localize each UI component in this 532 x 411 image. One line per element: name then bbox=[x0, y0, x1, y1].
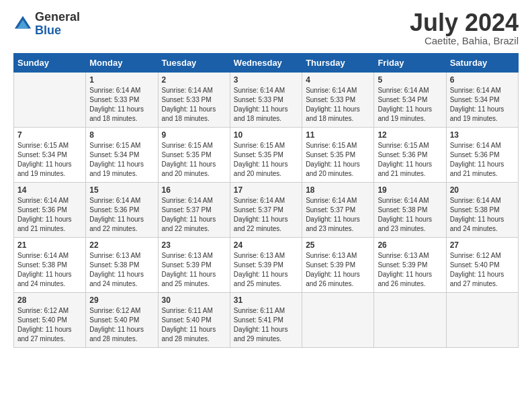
day-number: 10 bbox=[234, 130, 298, 140]
calendar-cell: 6Sunrise: 6:14 AMSunset: 5:34 PMDaylight… bbox=[446, 73, 518, 128]
day-number: 18 bbox=[306, 185, 370, 195]
day-number: 25 bbox=[306, 240, 370, 250]
calendar-cell: 12Sunrise: 6:15 AMSunset: 5:36 PMDayligh… bbox=[374, 128, 446, 183]
calendar-cell: 28Sunrise: 6:12 AMSunset: 5:40 PMDayligh… bbox=[14, 293, 86, 348]
cell-info: Sunrise: 6:14 AMSunset: 5:33 PMDaylight:… bbox=[89, 86, 154, 124]
calendar-cell bbox=[374, 293, 446, 348]
weekday-header-sunday: Sunday bbox=[14, 54, 86, 73]
calendar-cell: 24Sunrise: 6:13 AMSunset: 5:39 PMDayligh… bbox=[230, 238, 302, 293]
cell-info: Sunrise: 6:14 AMSunset: 5:38 PMDaylight:… bbox=[378, 196, 442, 234]
cell-info: Sunrise: 6:13 AMSunset: 5:39 PMDaylight:… bbox=[378, 251, 442, 289]
calendar-cell: 1Sunrise: 6:14 AMSunset: 5:33 PMDaylight… bbox=[86, 73, 158, 128]
week-row-4: 21Sunrise: 6:14 AMSunset: 5:38 PMDayligh… bbox=[14, 238, 519, 293]
calendar-cell: 4Sunrise: 6:14 AMSunset: 5:33 PMDaylight… bbox=[302, 73, 374, 128]
weekday-header-thursday: Thursday bbox=[302, 54, 374, 73]
calendar-cell: 27Sunrise: 6:12 AMSunset: 5:40 PMDayligh… bbox=[446, 238, 518, 293]
cell-info: Sunrise: 6:15 AMSunset: 5:35 PMDaylight:… bbox=[306, 141, 370, 179]
calendar-cell: 5Sunrise: 6:14 AMSunset: 5:34 PMDaylight… bbox=[374, 73, 446, 128]
day-number: 27 bbox=[450, 240, 515, 250]
day-number: 8 bbox=[89, 130, 154, 140]
calendar-cell: 2Sunrise: 6:14 AMSunset: 5:33 PMDaylight… bbox=[158, 73, 230, 128]
cell-info: Sunrise: 6:15 AMSunset: 5:34 PMDaylight:… bbox=[17, 141, 82, 179]
day-number: 16 bbox=[162, 185, 226, 195]
calendar-cell bbox=[14, 73, 86, 128]
calendar-cell: 3Sunrise: 6:14 AMSunset: 5:33 PMDaylight… bbox=[230, 73, 302, 128]
calendar-cell: 15Sunrise: 6:14 AMSunset: 5:36 PMDayligh… bbox=[86, 183, 158, 238]
logo-text: General Blue bbox=[35, 11, 80, 38]
cell-info: Sunrise: 6:11 AMSunset: 5:40 PMDaylight:… bbox=[162, 306, 226, 344]
day-number: 31 bbox=[234, 295, 298, 305]
cell-info: Sunrise: 6:14 AMSunset: 5:34 PMDaylight:… bbox=[378, 86, 442, 124]
calendar-cell: 22Sunrise: 6:13 AMSunset: 5:38 PMDayligh… bbox=[86, 238, 158, 293]
day-number: 7 bbox=[17, 130, 82, 140]
calendar-cell: 19Sunrise: 6:14 AMSunset: 5:38 PMDayligh… bbox=[374, 183, 446, 238]
cell-info: Sunrise: 6:14 AMSunset: 5:38 PMDaylight:… bbox=[450, 196, 515, 234]
day-number: 4 bbox=[306, 75, 370, 85]
day-number: 5 bbox=[378, 75, 442, 85]
calendar-cell: 26Sunrise: 6:13 AMSunset: 5:39 PMDayligh… bbox=[374, 238, 446, 293]
calendar-cell: 21Sunrise: 6:14 AMSunset: 5:38 PMDayligh… bbox=[14, 238, 86, 293]
cell-info: Sunrise: 6:12 AMSunset: 5:40 PMDaylight:… bbox=[450, 251, 515, 289]
day-number: 28 bbox=[17, 295, 82, 305]
weekday-header-wednesday: Wednesday bbox=[230, 54, 302, 73]
calendar-cell: 14Sunrise: 6:14 AMSunset: 5:36 PMDayligh… bbox=[14, 183, 86, 238]
logo-general-text: General bbox=[35, 11, 80, 24]
day-number: 30 bbox=[162, 295, 226, 305]
calendar-cell: 11Sunrise: 6:15 AMSunset: 5:35 PMDayligh… bbox=[302, 128, 374, 183]
day-number: 24 bbox=[234, 240, 298, 250]
day-number: 21 bbox=[17, 240, 82, 250]
day-number: 1 bbox=[89, 75, 154, 85]
weekday-header-monday: Monday bbox=[86, 54, 158, 73]
cell-info: Sunrise: 6:12 AMSunset: 5:40 PMDaylight:… bbox=[89, 306, 154, 344]
day-number: 13 bbox=[450, 130, 515, 140]
cell-info: Sunrise: 6:13 AMSunset: 5:38 PMDaylight:… bbox=[89, 251, 154, 289]
month-title: July 2024 bbox=[410, 11, 519, 35]
week-row-5: 28Sunrise: 6:12 AMSunset: 5:40 PMDayligh… bbox=[14, 293, 519, 348]
cell-info: Sunrise: 6:14 AMSunset: 5:34 PMDaylight:… bbox=[450, 86, 515, 124]
day-number: 17 bbox=[234, 185, 298, 195]
calendar-cell: 31Sunrise: 6:11 AMSunset: 5:41 PMDayligh… bbox=[230, 293, 302, 348]
logo: General Blue bbox=[13, 11, 80, 38]
weekday-header-saturday: Saturday bbox=[446, 54, 518, 73]
cell-info: Sunrise: 6:14 AMSunset: 5:37 PMDaylight:… bbox=[306, 196, 370, 234]
day-number: 15 bbox=[89, 185, 154, 195]
calendar-cell: 16Sunrise: 6:14 AMSunset: 5:37 PMDayligh… bbox=[158, 183, 230, 238]
week-row-2: 7Sunrise: 6:15 AMSunset: 5:34 PMDaylight… bbox=[14, 128, 519, 183]
cell-info: Sunrise: 6:14 AMSunset: 5:36 PMDaylight:… bbox=[17, 196, 82, 234]
cell-info: Sunrise: 6:11 AMSunset: 5:41 PMDaylight:… bbox=[234, 306, 298, 344]
calendar-cell: 10Sunrise: 6:15 AMSunset: 5:35 PMDayligh… bbox=[230, 128, 302, 183]
cell-info: Sunrise: 6:14 AMSunset: 5:36 PMDaylight:… bbox=[89, 196, 154, 234]
calendar-cell: 20Sunrise: 6:14 AMSunset: 5:38 PMDayligh… bbox=[446, 183, 518, 238]
calendar-cell: 25Sunrise: 6:13 AMSunset: 5:39 PMDayligh… bbox=[302, 238, 374, 293]
logo-blue-text: Blue bbox=[35, 24, 80, 38]
calendar-cell: 23Sunrise: 6:13 AMSunset: 5:39 PMDayligh… bbox=[158, 238, 230, 293]
location: Caetite, Bahia, Brazil bbox=[410, 35, 519, 46]
day-number: 6 bbox=[450, 75, 515, 85]
calendar-cell: 8Sunrise: 6:15 AMSunset: 5:34 PMDaylight… bbox=[86, 128, 158, 183]
cell-info: Sunrise: 6:14 AMSunset: 5:36 PMDaylight:… bbox=[450, 141, 515, 179]
calendar-cell bbox=[302, 293, 374, 348]
weekday-header-tuesday: Tuesday bbox=[158, 54, 230, 73]
day-number: 29 bbox=[89, 295, 154, 305]
cell-info: Sunrise: 6:14 AMSunset: 5:37 PMDaylight:… bbox=[162, 196, 226, 234]
day-number: 14 bbox=[17, 185, 82, 195]
day-number: 2 bbox=[162, 75, 226, 85]
calendar-cell bbox=[446, 293, 518, 348]
calendar-cell: 7Sunrise: 6:15 AMSunset: 5:34 PMDaylight… bbox=[14, 128, 86, 183]
cell-info: Sunrise: 6:12 AMSunset: 5:40 PMDaylight:… bbox=[17, 306, 82, 344]
day-number: 12 bbox=[378, 130, 442, 140]
week-row-1: 1Sunrise: 6:14 AMSunset: 5:33 PMDaylight… bbox=[14, 73, 519, 128]
weekday-header-row: SundayMondayTuesdayWednesdayThursdayFrid… bbox=[14, 54, 519, 73]
weekday-header-friday: Friday bbox=[374, 54, 446, 73]
cell-info: Sunrise: 6:15 AMSunset: 5:36 PMDaylight:… bbox=[378, 141, 442, 179]
calendar-cell: 30Sunrise: 6:11 AMSunset: 5:40 PMDayligh… bbox=[158, 293, 230, 348]
cell-info: Sunrise: 6:13 AMSunset: 5:39 PMDaylight:… bbox=[162, 251, 226, 289]
calendar-cell: 29Sunrise: 6:12 AMSunset: 5:40 PMDayligh… bbox=[86, 293, 158, 348]
calendar-cell: 13Sunrise: 6:14 AMSunset: 5:36 PMDayligh… bbox=[446, 128, 518, 183]
cell-info: Sunrise: 6:14 AMSunset: 5:33 PMDaylight:… bbox=[234, 86, 298, 124]
cell-info: Sunrise: 6:14 AMSunset: 5:33 PMDaylight:… bbox=[306, 86, 370, 124]
title-block: July 2024 Caetite, Bahia, Brazil bbox=[410, 11, 519, 46]
calendar-cell: 9Sunrise: 6:15 AMSunset: 5:35 PMDaylight… bbox=[158, 128, 230, 183]
cell-info: Sunrise: 6:15 AMSunset: 5:35 PMDaylight:… bbox=[234, 141, 298, 179]
calendar-table: SundayMondayTuesdayWednesdayThursdayFrid… bbox=[13, 53, 519, 348]
